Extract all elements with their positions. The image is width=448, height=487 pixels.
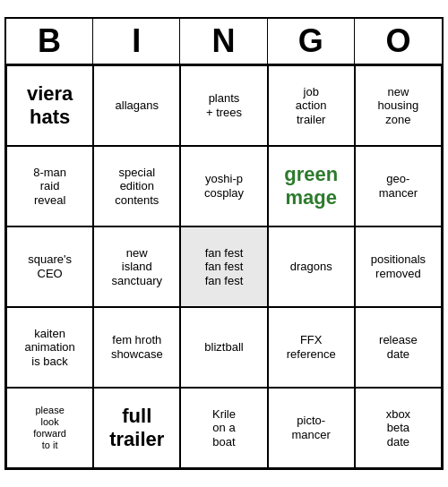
cell-11: newislandsanctuary (93, 226, 180, 307)
cell-5: 8-manraidreveal (6, 146, 93, 226)
cell-2: plants+ trees (180, 65, 267, 146)
letter-o: O (355, 19, 442, 64)
bingo-header: B I N G O (6, 19, 442, 65)
cell-24: xboxbetadate (355, 388, 442, 468)
cell-13: dragons (268, 226, 355, 307)
cell-12: fan festfan festfan fest (180, 226, 267, 307)
cell-6: specialeditioncontents (93, 146, 180, 226)
letter-g: G (268, 19, 355, 64)
cell-16: fem hrothshowcase (93, 307, 180, 388)
letter-b: B (6, 19, 93, 64)
cell-9: geo-mancer (355, 146, 442, 226)
cell-1: allagans (93, 65, 180, 146)
cell-21: fulltrailer (93, 388, 180, 468)
cell-10: square'sCEO (6, 226, 93, 307)
cell-4: newhousingzone (355, 65, 442, 146)
bingo-grid: vierahats allagans plants+ trees jobacti… (6, 65, 442, 468)
cell-19: releasedate (355, 307, 442, 388)
letter-n: N (180, 19, 267, 64)
cell-14: positionalsremoved (355, 226, 442, 307)
letter-i: I (93, 19, 180, 64)
cell-8: greenmage (268, 146, 355, 226)
cell-3: jobactiontrailer (268, 65, 355, 146)
bingo-card: B I N G O vierahats allagans plants+ tre… (4, 17, 444, 470)
cell-22: Krileon aboat (180, 388, 267, 468)
cell-0: vierahats (6, 65, 93, 146)
cell-7: yoshi-pcosplay (180, 146, 267, 226)
cell-15: kaitenanimationis back (6, 307, 93, 388)
cell-20: pleaselookforwardto it (6, 388, 93, 468)
cell-23: picto-mancer (268, 388, 355, 468)
cell-18: FFXreference (268, 307, 355, 388)
cell-17: bliztball (180, 307, 267, 388)
